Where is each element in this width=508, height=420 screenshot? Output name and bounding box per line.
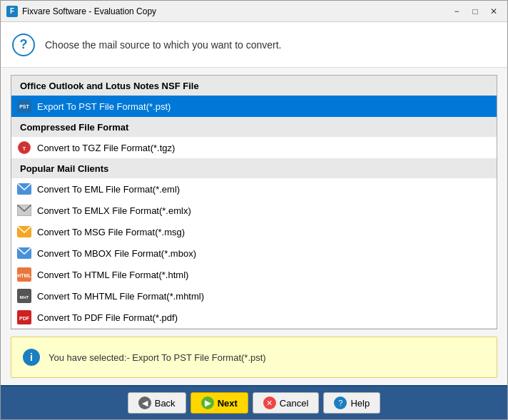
main-window: F Fixvare Software - Evaluation Copy − □… (0, 0, 508, 420)
next-icon: ▶ (201, 396, 214, 409)
svg-text:PST: PST (19, 104, 29, 109)
next-button[interactable]: ▶ Next (190, 392, 248, 414)
svg-text:T: T (23, 145, 26, 152)
maximize-button[interactable]: □ (467, 4, 483, 19)
category-remote-servers: Upload To Remote Servers (11, 328, 497, 329)
mhtml-icon: MHT (17, 289, 31, 303)
list-item-emlx[interactable]: Convert To EMLX File Format(*.emlx) (11, 200, 497, 221)
list-item-eml[interactable]: Convert To EML File Format(*.eml) (11, 178, 497, 200)
svg-text:PDF: PDF (19, 316, 30, 321)
eml-icon (17, 182, 31, 196)
close-button[interactable]: ✕ (486, 4, 502, 19)
svg-text:MHT: MHT (20, 295, 29, 299)
category-popular: Popular Mail Clients (11, 158, 497, 178)
pst-icon: PST (17, 99, 31, 113)
html-icon: HTML (17, 267, 31, 282)
question-icon: ? (12, 34, 35, 56)
back-icon: ◀ (138, 396, 151, 409)
cancel-icon: ✕ (263, 396, 276, 409)
window-controls: − □ ✕ (449, 4, 502, 19)
mbox-icon (17, 246, 31, 260)
title-bar: F Fixvare Software - Evaluation Copy − □… (1, 1, 507, 22)
list-item-pdf[interactable]: PDF Convert To PDF File Format(*.pdf) (11, 307, 497, 328)
window-title: Fixvare Software - Evaluation Copy (22, 6, 449, 16)
info-icon: i (23, 349, 40, 366)
list-item-msg[interactable]: Convert To MSG File Format(*.msg) (11, 221, 497, 242)
tgz-icon: T (17, 140, 31, 155)
category-outlook-nsf: Office Outlook and Lotus Notes NSF File (11, 76, 497, 96)
minimize-button[interactable]: − (449, 4, 464, 19)
format-list-container: Office Outlook and Lotus Notes NSF File … (11, 75, 497, 329)
msg-icon (17, 225, 31, 239)
category-compressed: Compressed File Format (11, 117, 497, 137)
help-button[interactable]: ? Help (323, 392, 380, 414)
cancel-button[interactable]: ✕ Cancel (253, 392, 319, 414)
footer: ◀ Back ▶ Next ✕ Cancel ? Help (1, 385, 507, 419)
header-text: Choose the mail source to which you want… (45, 39, 282, 51)
header-area: ? Choose the mail source to which you wa… (1, 22, 507, 68)
content-area: Office Outlook and Lotus Notes NSF File … (1, 68, 507, 385)
list-item-mhtml[interactable]: MHT Convert To MHTML File Format(*.mhtml… (11, 285, 497, 307)
pdf-icon: PDF (17, 310, 31, 324)
list-item-mbox[interactable]: Convert To MBOX File Format(*.mbox) (11, 242, 497, 264)
help-icon: ? (334, 396, 347, 409)
list-item-tgz[interactable]: T Convert to TGZ File Format(*.tgz) (11, 137, 497, 158)
emlx-icon (17, 203, 31, 217)
list-item-pst[interactable]: PST Export To PST File Format(*.pst) (11, 96, 497, 117)
info-text: You have selected:- Export To PST File F… (49, 352, 266, 363)
format-list-scroll[interactable]: Office Outlook and Lotus Notes NSF File … (11, 76, 497, 329)
app-icon: F (6, 6, 18, 17)
list-item-html[interactable]: HTML Convert To HTML File Format(*.html) (11, 264, 497, 285)
svg-text:HTML: HTML (17, 273, 31, 278)
back-button[interactable]: ◀ Back (128, 392, 186, 414)
info-box: i You have selected:- Export To PST File… (11, 337, 497, 378)
